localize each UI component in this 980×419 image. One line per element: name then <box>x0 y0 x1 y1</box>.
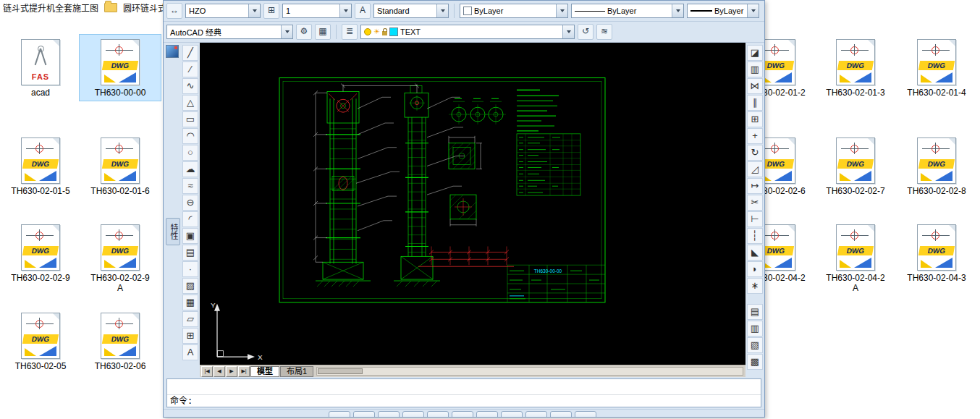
tab-layout1[interactable]: 布局1 <box>280 366 313 377</box>
status-toggle[interactable] <box>501 411 523 417</box>
arc-icon[interactable]: ◠ <box>182 128 198 144</box>
match-layer-icon[interactable]: ≋ <box>596 24 612 40</box>
make-block-icon[interactable]: ▤ <box>182 245 198 261</box>
status-toggle[interactable] <box>550 411 572 417</box>
status-toggle[interactable] <box>402 411 424 417</box>
move-icon[interactable]: + <box>747 128 763 144</box>
status-toggle[interactable] <box>427 411 449 417</box>
status-toggle[interactable] <box>525 411 547 417</box>
tab-nav-last[interactable]: ▶| <box>238 366 250 377</box>
region-icon[interactable]: ▱ <box>182 311 198 327</box>
draw-order-back-icon[interactable]: ▥ <box>747 321 763 337</box>
text-style-combo[interactable]: Standard <box>373 4 449 18</box>
ui-overlay-icon[interactable]: ▦ <box>315 24 331 40</box>
status-toggle[interactable] <box>329 411 350 417</box>
draw-order-above-icon[interactable]: ▧ <box>747 337 763 353</box>
file-item-acad[interactable]: FASacad <box>0 35 81 101</box>
hatch-icon[interactable]: ▨ <box>182 278 198 294</box>
tab-nav-prev[interactable]: ◀ <box>214 366 225 377</box>
dim-style-combo[interactable]: HZO <box>185 4 261 18</box>
linetype-combo[interactable]: ByLayer <box>571 4 684 18</box>
tab-nav-next[interactable]: ▶ <box>226 366 237 377</box>
scale-icon[interactable]: ◿ <box>747 161 763 177</box>
file-item-TH630-02-01-3[interactable]: DWGTH630-02-01-3 <box>815 35 896 101</box>
status-toggle[interactable] <box>476 411 498 417</box>
point-icon[interactable]: · <box>182 261 198 277</box>
file-item-TH630-02-01-4[interactable]: DWGTH630-02-01-4 <box>896 35 977 101</box>
circle-icon[interactable]: ○ <box>182 145 198 161</box>
extend-icon[interactable]: ⊢ <box>747 211 763 227</box>
table-style-icon[interactable]: ⊞ <box>263 3 279 19</box>
insert-block-icon[interactable]: ▣ <box>182 228 198 244</box>
status-toggle[interactable] <box>575 411 596 417</box>
command-window[interactable]: 命令: <box>166 378 761 407</box>
table-icon[interactable]: ⊞ <box>182 328 198 344</box>
chamfer-icon[interactable]: ◣ <box>747 245 763 261</box>
fillet-icon[interactable]: ◗ <box>747 261 763 277</box>
file-item-TH630-02-06[interactable]: DWGTH630-02-06 <box>80 308 161 374</box>
spline-icon[interactable]: ≈ <box>182 178 198 194</box>
file-item-TH630-02-02-9[interactable]: DWGTH630-02-02-9 <box>0 220 81 286</box>
ellipse-icon[interactable]: ⊖ <box>182 195 198 211</box>
chevron-down-icon[interactable] <box>672 4 683 17</box>
file-item-TH630-02-01-5[interactable]: DWGTH630-02-01-5 <box>0 133 81 199</box>
color-combo[interactable]: ByLayer <box>460 4 568 18</box>
properties-palette-icon[interactable] <box>166 45 179 58</box>
draw-order-below-icon[interactable]: ▩ <box>747 354 763 370</box>
horizontal-scrollbar[interactable] <box>316 367 743 376</box>
rotate-icon[interactable]: ↻ <box>747 145 763 161</box>
properties-palette-tab[interactable]: 特性 <box>166 218 180 245</box>
revision-cloud-icon[interactable]: ☁ <box>182 161 198 177</box>
file-item-TH630-02-02-8[interactable]: DWGTH630-02-02-8 <box>896 133 977 199</box>
scrollbar-thumb[interactable] <box>318 368 363 374</box>
multiline-text-icon[interactable]: A <box>182 344 198 360</box>
table-style-combo[interactable]: 1 <box>282 4 352 18</box>
stretch-icon[interactable]: ↦ <box>747 178 763 194</box>
chevron-down-icon[interactable] <box>281 25 292 38</box>
trim-icon[interactable]: ✂ <box>747 195 763 211</box>
chevron-down-icon[interactable] <box>339 4 351 17</box>
lineweight-combo[interactable]: ByLayer <box>687 4 759 18</box>
polygon-icon[interactable]: △ <box>182 95 198 111</box>
status-toggle[interactable] <box>378 411 400 417</box>
break-icon[interactable]: ┆ <box>747 228 763 244</box>
explode-icon[interactable]: ∗ <box>747 278 763 294</box>
chevron-down-icon[interactable] <box>556 4 567 17</box>
file-item-TH630-02-01-6[interactable]: DWGTH630-02-01-6 <box>80 133 161 199</box>
line-icon[interactable]: ╱ <box>182 45 198 61</box>
status-toggle[interactable] <box>452 411 473 417</box>
construction-line-icon[interactable]: ∕ <box>182 62 198 77</box>
text-style-icon[interactable]: A <box>355 3 371 19</box>
file-item-TH630-00-00[interactable]: DWGTH630-00-00 <box>80 35 161 101</box>
offset-icon[interactable]: ∥ <box>747 95 763 111</box>
tab-model[interactable]: 模型 <box>250 366 279 377</box>
chevron-down-icon[interactable] <box>248 4 260 17</box>
status-toggle[interactable] <box>353 411 375 417</box>
array-icon[interactable]: ⊞ <box>747 111 763 127</box>
file-item-TH630-02-02-9A[interactable]: DWGTH630-02-02-9A <box>80 220 161 296</box>
chevron-down-icon[interactable] <box>436 4 448 17</box>
workspace-combo[interactable]: AutoCAD 经典 <box>166 25 293 39</box>
file-item-TH630-02-04-3[interactable]: DWGTH630-02-04-3 <box>896 220 977 286</box>
rectangle-icon[interactable]: ▭ <box>182 111 198 127</box>
copy-icon[interactable]: ▥ <box>747 62 763 77</box>
file-item-TH630-02-02-7[interactable]: DWGTH630-02-02-7 <box>815 133 896 199</box>
polyline-icon[interactable]: ∿ <box>182 78 198 94</box>
mirror-icon[interactable]: ⋈ <box>747 78 763 94</box>
layer-previous-icon[interactable]: ↺ <box>578 24 594 40</box>
drawing-canvas[interactable]: TH630-00-00 <box>200 43 745 365</box>
tab-nav-first[interactable]: |◀ <box>201 366 213 377</box>
command-prompt[interactable]: 命令: <box>170 394 193 406</box>
chevron-down-icon[interactable] <box>747 4 759 17</box>
dim-style-icon[interactable]: ↔ <box>166 3 182 19</box>
chevron-down-icon[interactable] <box>562 25 574 38</box>
gradient-icon[interactable]: ▦ <box>182 295 198 310</box>
layer-properties-icon[interactable]: ≣ <box>342 24 358 40</box>
erase-icon[interactable]: ◪ <box>747 45 763 61</box>
workspace-settings-icon[interactable]: ⚙ <box>296 24 312 40</box>
file-item-TH630-02-05[interactable]: DWGTH630-02-05 <box>0 308 81 374</box>
draw-order-front-icon[interactable]: ▤ <box>747 304 763 320</box>
file-item-TH630-02-04-2A[interactable]: DWGTH630-02-04-2A <box>815 220 896 296</box>
ellipse-arc-icon[interactable]: ◜ <box>182 211 198 227</box>
layer-combo[interactable]: ☀ TEXT <box>360 25 575 39</box>
